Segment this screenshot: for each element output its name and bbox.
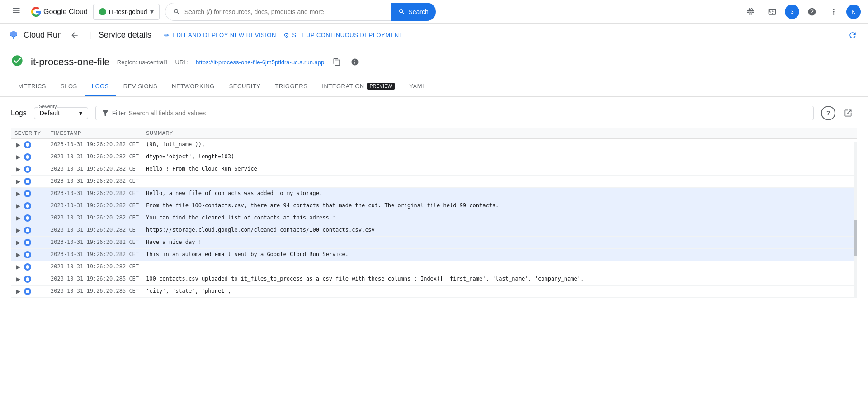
hamburger-menu-button[interactable] [7, 3, 25, 21]
hamburger-icon [12, 6, 21, 17]
table-row[interactable]: ▶ 2023-10-31 19:26:20.285 CET100-contact… [11, 273, 857, 286]
tab-logs[interactable]: LOGS [85, 77, 116, 96]
search-icon [173, 8, 181, 16]
search-bar[interactable]: Search [165, 3, 436, 21]
severity-dot [24, 153, 31, 161]
table-row[interactable]: ▶ 2023-10-31 19:26:20.282 CET Hello, a n… [11, 188, 857, 200]
google-cloud-logo: Google Cloud [31, 6, 88, 17]
table-row[interactable]: ▶ 2023-10-31 19:26:20.282 CET Have a nic… [11, 237, 857, 249]
refresh-icon [848, 31, 857, 40]
search-button[interactable]: Search [391, 3, 435, 21]
summary-cell-0: (98, full_name )), [142, 139, 857, 151]
table-row[interactable]: ▶ 2023-10-31 19:26:20.282 CET You can fi… [11, 212, 857, 224]
logs-help-label: ? [826, 109, 830, 117]
logs-help-button[interactable]: ? [821, 106, 835, 120]
severity-dot [24, 263, 31, 271]
table-row[interactable]: ▶ 2023-10-31 19:26:20.282 CET https://st… [11, 224, 857, 237]
timestamp-cell-8: 2023-10-31 19:26:20.282 CET [47, 237, 142, 249]
severity-dropdown[interactable]: Severity Default ▾ [34, 107, 88, 119]
continuous-deploy-link[interactable]: ⚙ SET UP CONTINUOUS DEPLOYMENT [283, 32, 403, 39]
tab-integration[interactable]: INTEGRATION PREVIEW [315, 77, 402, 96]
logs-filter-bar[interactable]: Filter [95, 106, 814, 120]
expand-button[interactable]: ▶ [14, 190, 22, 197]
tab-triggers[interactable]: TRIGGERS [268, 77, 315, 96]
summary-cell-10 [142, 261, 857, 273]
tab-yaml[interactable]: YAML [402, 77, 433, 96]
expand-button[interactable]: ▶ [14, 178, 22, 185]
severity-dot [24, 178, 31, 185]
expand-button[interactable]: ▶ [14, 166, 22, 172]
summary-cell-9: This in an automated email sent by a Goo… [142, 249, 857, 261]
back-arrow-icon [70, 31, 79, 40]
tab-security[interactable]: SECURITY [222, 77, 268, 96]
service-name: it-process-one-file [31, 56, 110, 68]
open-external-button[interactable] [839, 104, 857, 122]
table-row[interactable]: ▶ 2023-10-31 19:26:20.282 CETHello ! Fro… [11, 163, 857, 176]
severity-dot [24, 190, 31, 197]
tab-metrics[interactable]: METRICS [11, 77, 53, 96]
expand-button[interactable]: ▶ [14, 288, 22, 295]
table-row[interactable]: ▶ 2023-10-31 19:26:20.282 CET This in an… [11, 249, 857, 261]
integration-label: INTEGRATION [322, 83, 364, 90]
summary-cell-12: 'city', 'state', 'phone1', [142, 286, 857, 298]
copy-url-button[interactable] [331, 57, 342, 67]
notification-badge[interactable]: 3 [785, 5, 799, 19]
severity-cell-6: ▶ [11, 212, 47, 224]
table-row[interactable]: ▶ 2023-10-31 19:26:20.282 CET dtype='obj… [11, 151, 857, 163]
project-selector[interactable]: IT-test-gcloud ▾ [93, 4, 160, 20]
service-info-button[interactable] [349, 57, 360, 67]
severity-cell-10: ▶ [11, 261, 47, 273]
service-actions: ✏ EDIT AND DEPLOY NEW REVISION ⚙ SET UP … [164, 32, 403, 39]
table-row[interactable]: ▶ 2023-10-31 19:26:20.285 CET 'city', 's… [11, 286, 857, 298]
timestamp-cell-4: 2023-10-31 19:26:20.282 CET [47, 188, 142, 200]
expand-button[interactable]: ▶ [14, 227, 22, 233]
timestamp-cell-5: 2023-10-31 19:26:20.282 CET [47, 200, 142, 212]
more-options-button[interactable] [825, 3, 843, 21]
severity-dot [24, 202, 31, 209]
tab-revisions[interactable]: REVISIONS [116, 77, 165, 96]
expand-button[interactable]: ▶ [14, 276, 22, 282]
severity-label: Severity [38, 104, 58, 109]
avatar[interactable]: K [846, 5, 861, 19]
expand-button[interactable]: ▶ [14, 215, 22, 221]
more-vert-icon [829, 7, 838, 16]
refresh-button[interactable] [844, 27, 861, 43]
expand-button[interactable]: ▶ [14, 142, 22, 148]
expand-button[interactable]: ▶ [14, 154, 22, 160]
table-row[interactable]: ▶ 2023-10-31 19:26:20.282 CET (98, full_… [11, 139, 857, 151]
help-button[interactable] [803, 3, 821, 21]
search-input[interactable] [184, 8, 388, 15]
table-header-row: SEVERITY TIMESTAMP SUMMARY [11, 128, 857, 139]
severity-dot [24, 166, 31, 173]
filter-input[interactable] [129, 109, 808, 117]
table-row[interactable]: ▶ 2023-10-31 19:26:20.282 CET [11, 261, 857, 273]
project-dot [99, 8, 106, 15]
cloud-run-label: Cloud Run [24, 30, 62, 40]
table-row[interactable]: ▶ 2023-10-31 19:26:20.282 CET [11, 176, 857, 188]
service-url-link[interactable]: https://it-process-one-file-6jm5ptidra-u… [196, 59, 324, 66]
expand-button[interactable]: ▶ [14, 264, 22, 270]
edit-deploy-link[interactable]: ✏ EDIT AND DEPLOY NEW REVISION [164, 32, 276, 39]
open-external-icon [844, 109, 853, 118]
info-icon [351, 58, 359, 66]
terminal-button[interactable] [763, 3, 781, 21]
log-table-container: SEVERITY TIMESTAMP SUMMARY ▶ 2023-10-31 … [11, 128, 857, 298]
expand-button[interactable]: ▶ [14, 203, 22, 209]
back-button[interactable] [67, 28, 82, 43]
expand-button[interactable]: ▶ [14, 239, 22, 246]
copy-icon [333, 58, 341, 66]
log-table: SEVERITY TIMESTAMP SUMMARY ▶ 2023-10-31 … [11, 128, 857, 298]
gift-button[interactable] [741, 3, 760, 21]
tab-bar: METRICS SLOS LOGS REVISIONS NETWORKING S… [0, 77, 868, 97]
pencil-icon: ✏ [164, 32, 170, 39]
tab-networking[interactable]: NETWORKING [165, 77, 222, 96]
search-button-label: Search [408, 8, 428, 15]
project-name: IT-test-gcloud [109, 8, 147, 15]
timestamp-cell-2: 2023-10-31 19:26:20.282 CET [47, 163, 142, 176]
filter-icon [101, 109, 109, 117]
scrollbar-track[interactable] [854, 142, 857, 298]
timestamp-cell-9: 2023-10-31 19:26:20.282 CET [47, 249, 142, 261]
expand-button[interactable]: ▶ [14, 252, 22, 258]
table-row[interactable]: ▶ 2023-10-31 19:26:20.282 CET From the f… [11, 200, 857, 212]
tab-slos[interactable]: SLOS [53, 77, 85, 96]
